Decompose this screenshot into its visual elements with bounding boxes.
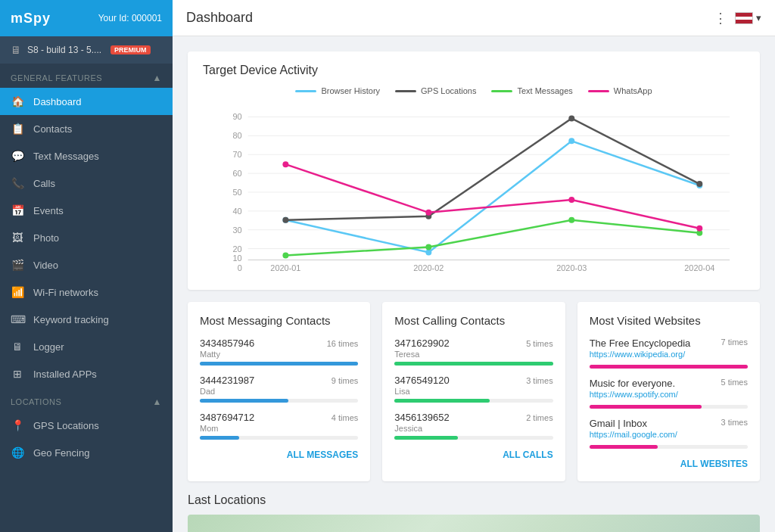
messaging-contacts-card: Most Messaging Contacts 3434857946 16 ti… bbox=[188, 302, 370, 481]
websites-card-title: Most Visited Websites bbox=[590, 314, 748, 327]
svg-point-25 bbox=[568, 138, 574, 144]
svg-text:0: 0 bbox=[238, 263, 242, 272]
contact-times: 3 times bbox=[526, 376, 552, 385]
last-locations-section: Last Locations bbox=[188, 493, 760, 532]
contact-name: Lisa bbox=[394, 387, 552, 396]
sidebar-item-calls[interactable]: 📞 Calls bbox=[0, 170, 173, 197]
flag-icon bbox=[735, 12, 753, 24]
all-websites-link[interactable]: ALL WEBSITES bbox=[680, 459, 748, 469]
sidebar-item-dashboard[interactable]: 🏠 Dashboard bbox=[0, 88, 173, 115]
events-icon: 📅 bbox=[11, 204, 24, 216]
svg-text:2020-02: 2020-02 bbox=[413, 263, 444, 272]
websites-card-footer: ALL WEBSITES bbox=[590, 458, 748, 469]
sidebar-item-installed-apps[interactable]: ⊞ Installed APPs bbox=[0, 360, 173, 387]
bar-track bbox=[590, 405, 748, 409]
sidebar-item-label: Text Messages bbox=[33, 151, 99, 162]
gps-icon: 📍 bbox=[11, 419, 24, 431]
sidebar-item-events[interactable]: 📅 Events bbox=[0, 197, 173, 224]
calling-card-footer: ALL CALLS bbox=[394, 449, 552, 460]
bar-fill bbox=[394, 436, 458, 440]
legend-browser-history: Browser History bbox=[295, 86, 380, 95]
svg-text:60: 60 bbox=[233, 169, 242, 178]
sidebar-item-video[interactable]: 🎬 Video bbox=[0, 251, 173, 278]
apps-icon: ⊞ bbox=[11, 368, 24, 380]
svg-point-24 bbox=[425, 250, 431, 256]
website-url: https://www.wikipedia.org/ bbox=[590, 350, 691, 359]
website-name: Music for everyone. bbox=[590, 378, 678, 389]
wifi-icon: 📶 bbox=[11, 286, 24, 298]
all-messages-link[interactable]: ALL MESSAGES bbox=[287, 450, 358, 460]
chart-title: Target Device Activity bbox=[203, 64, 745, 77]
svg-text:80: 80 bbox=[233, 131, 242, 140]
bar-fill bbox=[590, 365, 748, 369]
locations-section: LOCATIONS ▲ bbox=[0, 387, 173, 412]
last-locations-title: Last Locations bbox=[188, 493, 760, 507]
svg-text:70: 70 bbox=[233, 150, 242, 159]
website-item: The Free Encyclopedia https://www.wikipe… bbox=[590, 338, 748, 369]
contact-name: Dad bbox=[200, 387, 358, 396]
svg-point-37 bbox=[568, 197, 574, 203]
messaging-card-title: Most Messaging Contacts bbox=[200, 314, 358, 327]
contact-item: 3487694712 4 times Mom bbox=[200, 412, 358, 440]
photo-icon: 🖼 bbox=[11, 232, 24, 244]
contact-number: 3444231987 bbox=[200, 375, 254, 386]
svg-text:50: 50 bbox=[233, 188, 242, 197]
sidebar-header: mSpy Your Id: 000001 bbox=[0, 0, 173, 36]
sidebar-item-keyword-tracking[interactable]: ⌨ Keyword tracking bbox=[0, 306, 173, 333]
chevron-down-icon: ▾ bbox=[756, 12, 761, 23]
legend-label-whatsapp: WhatsApp bbox=[614, 86, 652, 95]
language-selector[interactable]: ▾ bbox=[735, 12, 761, 24]
bar-track bbox=[590, 365, 748, 369]
calling-card-title: Most Calling Contacts bbox=[394, 314, 552, 327]
device-bar: 🖥 S8 - build 13 - 5.... PREMIUM bbox=[0, 36, 173, 64]
contact-number: 3456139652 bbox=[394, 412, 449, 423]
svg-text:20: 20 bbox=[233, 244, 242, 254]
activity-chart-card: Target Device Activity Browser History G… bbox=[188, 51, 760, 290]
contacts-icon: 📋 bbox=[11, 123, 24, 135]
sidebar-item-geo-fencing[interactable]: 🌐 Geo Fencing bbox=[0, 439, 173, 466]
website-item: Music for everyone. https://www.spotify.… bbox=[590, 378, 748, 409]
website-url: https://www.spotify.com/ bbox=[590, 390, 678, 399]
sidebar-item-photo[interactable]: 🖼 Photo bbox=[0, 224, 173, 251]
sidebar-item-wifi-networks[interactable]: 📶 Wi-Fi networks bbox=[0, 278, 173, 306]
sidebar-item-label: Geo Fencing bbox=[33, 447, 89, 459]
bar-track bbox=[200, 399, 358, 403]
logo: mSpy bbox=[11, 11, 51, 26]
contact-name: Mom bbox=[200, 424, 358, 433]
legend-color-whatsapp bbox=[588, 90, 609, 92]
svg-point-38 bbox=[696, 226, 702, 232]
website-times: 3 times bbox=[721, 418, 748, 427]
svg-point-33 bbox=[568, 217, 574, 223]
legend-label-browser: Browser History bbox=[321, 86, 380, 95]
sidebar-item-gps-locations[interactable]: 📍 GPS Locations bbox=[0, 412, 173, 439]
svg-text:90: 90 bbox=[233, 113, 242, 122]
all-calls-link[interactable]: ALL CALLS bbox=[503, 450, 552, 460]
contact-number: 3471629902 bbox=[394, 338, 449, 349]
sidebar-item-label: Contacts bbox=[33, 123, 72, 135]
contact-item: 3471629902 5 times Teresa bbox=[394, 338, 552, 366]
bar-fill bbox=[200, 362, 358, 366]
contact-item: 3444231987 9 times Dad bbox=[200, 375, 358, 403]
sidebar-item-logger[interactable]: 🖥 Logger bbox=[0, 333, 173, 360]
page-title: Dashboard bbox=[186, 10, 253, 26]
contact-times: 4 times bbox=[331, 413, 358, 422]
device-icon: 🖥 bbox=[11, 44, 21, 56]
general-features-section: GENERAL FEATURES ▲ bbox=[0, 64, 173, 88]
calls-icon: 📞 bbox=[11, 177, 24, 189]
bar-fill bbox=[200, 436, 239, 440]
sidebar-item-contacts[interactable]: 📋 Contacts bbox=[0, 115, 173, 142]
chevron-icon: ▲ bbox=[153, 397, 162, 407]
bar-track bbox=[200, 362, 358, 366]
video-icon: 🎬 bbox=[11, 259, 24, 271]
svg-point-36 bbox=[425, 210, 431, 216]
more-options-icon[interactable]: ⋮ bbox=[714, 10, 727, 26]
premium-badge: PREMIUM bbox=[110, 45, 151, 54]
contact-name: Matty bbox=[200, 350, 358, 359]
contact-item: 3456139652 2 times Jessica bbox=[394, 412, 552, 440]
sidebar-item-text-messages[interactable]: 💬 Text Messages bbox=[0, 142, 173, 170]
chart-svg: 90 80 70 60 50 40 30 20 10 0 2020-01 202… bbox=[203, 101, 745, 278]
contact-number: 3476549120 bbox=[394, 375, 449, 386]
messaging-card-footer: ALL MESSAGES bbox=[200, 449, 358, 460]
sidebar-item-label: Dashboard bbox=[33, 96, 82, 107]
contact-item: 3476549120 3 times Lisa bbox=[394, 375, 552, 403]
